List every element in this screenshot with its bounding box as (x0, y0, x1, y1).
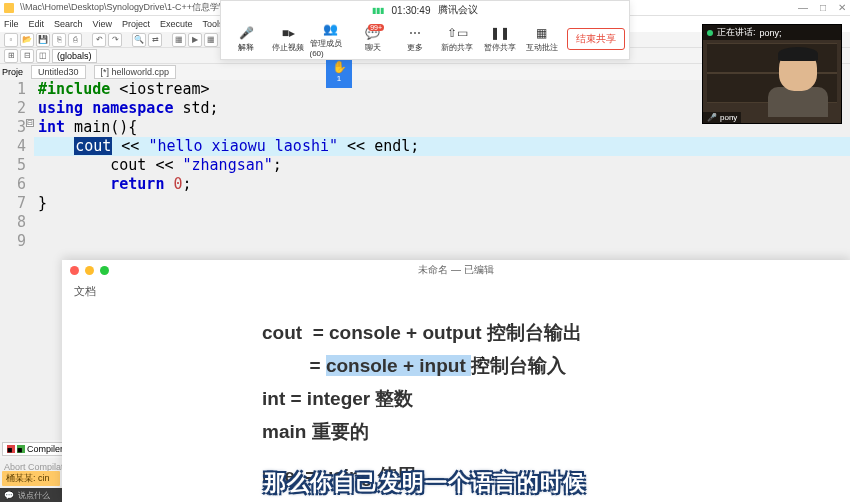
maximize-button[interactable]: □ (820, 2, 826, 13)
window-controls: — □ ✕ (798, 2, 846, 13)
tool-compile[interactable]: ▦ (172, 33, 186, 47)
tab-untitled[interactable]: Untitled30 (31, 65, 86, 79)
interact-icon: ▦ (534, 25, 550, 41)
video-footer: 🎤pony (703, 112, 741, 123)
tool-undo[interactable]: ↶ (92, 33, 106, 47)
video-button[interactable]: ■▸停止视频 (267, 25, 309, 53)
tool-find[interactable]: 🔍 (132, 33, 146, 47)
minimize-button[interactable]: — (798, 2, 808, 13)
code-line-6: return 0; (34, 175, 850, 194)
tool-compile-run[interactable]: ▦ (204, 33, 218, 47)
video-feed[interactable]: 正在讲话:pony; 🎤pony (702, 24, 842, 124)
menu-execute[interactable]: Execute (160, 19, 193, 29)
tool-b[interactable]: ⊟ (20, 49, 34, 63)
share-icon: ⇧▭ (449, 25, 465, 41)
tencent-meeting-toolbar: ▮▮▮ 01:30:49 腾讯会议 🎤解释 ■▸停止视频 👥管理成员(60) 💬… (220, 0, 630, 60)
mac-titlebar[interactable]: 未命名 — 已编辑 (62, 260, 850, 280)
menu-edit[interactable]: Edit (29, 19, 45, 29)
speaking-dot-icon (707, 30, 713, 36)
tab-helloworld[interactable]: [*] helloworld.cpp (94, 65, 177, 79)
chat-bubble-icon: 💬 (4, 491, 14, 500)
more-icon: ⋯ (407, 25, 423, 41)
chat-button[interactable]: 💬99+聊天 (352, 25, 394, 53)
meeting-timer: 01:30:49 (392, 5, 431, 16)
folder-icon (4, 3, 14, 13)
pause-share-button[interactable]: ❚❚暂停共享 (479, 25, 521, 53)
raise-hand-indicator[interactable]: ✋ 1 (326, 58, 352, 88)
note-line-cout: cout = console + output 控制台输出 (262, 320, 850, 346)
members-button[interactable]: 👥管理成员(60) (310, 21, 352, 58)
mac-min-icon[interactable] (85, 266, 94, 275)
tool-saveall[interactable]: ⎘ (52, 33, 66, 47)
globals-dropdown[interactable]: (globals) (52, 49, 97, 63)
hand-count: 1 (326, 74, 352, 83)
chat-badge: 99+ (368, 24, 384, 31)
tool-run[interactable]: ▶ (188, 33, 202, 47)
hand-icon: ✋ (326, 60, 352, 74)
tool-replace[interactable]: ⇄ (148, 33, 162, 47)
note-line-cin: = console + input 控制台输入 (262, 353, 850, 379)
mic-button[interactable]: 🎤解释 (225, 25, 267, 53)
pause-icon: ❚❚ (492, 25, 508, 41)
tool-save[interactable]: 💾 (36, 33, 50, 47)
fold-main-icon[interactable]: ⊟ (26, 119, 34, 127)
speaker-figure (765, 45, 831, 117)
signal-icon: ▮▮▮ (372, 6, 384, 15)
tool-print[interactable]: ⎙ (68, 33, 82, 47)
mac-close-icon[interactable] (70, 266, 79, 275)
tool-redo[interactable]: ↷ (108, 33, 122, 47)
text-cursor-icon: ⌶ (476, 354, 484, 370)
meeting-title: 腾讯会议 (438, 3, 478, 17)
compiler-tab[interactable]: ■■Compiler (2, 442, 68, 456)
menu-file[interactable]: File (4, 19, 19, 29)
mac-max-icon[interactable] (100, 266, 109, 275)
video-header: 正在讲话:pony; (703, 25, 841, 40)
note-line-int: int = integer 整数 (262, 386, 850, 412)
more-button[interactable]: ⋯更多 (394, 25, 436, 53)
mac-notes-body[interactable]: cout = console + output 控制台输出 = console … (62, 303, 850, 489)
code-line-4: cout << "hello xiaowu laoshi" << endl; (34, 137, 850, 156)
code-line-7: } (34, 194, 850, 213)
tool-a[interactable]: ⊞ (4, 49, 18, 63)
mac-window-title: 未命名 — 已编辑 (418, 263, 494, 277)
end-share-button[interactable]: 结束共享 (567, 28, 625, 50)
tool-open[interactable]: 📂 (20, 33, 34, 47)
mac-doc-tab[interactable]: 文档 (62, 280, 850, 303)
chat-input-bar[interactable]: 💬说点什么 (0, 488, 62, 502)
menu-view[interactable]: View (93, 19, 112, 29)
mac-notes-window: 未命名 — 已编辑 文档 cout = console + output 控制台… (62, 260, 850, 502)
projects-label[interactable]: Proje (2, 67, 23, 77)
vid-mic-icon: 🎤 (707, 113, 717, 122)
chat-message-tag[interactable]: 桶某某: cin (2, 471, 60, 486)
tool-new[interactable]: ▫ (4, 33, 18, 47)
close-button[interactable]: ✕ (838, 2, 846, 13)
camera-icon: ■▸ (280, 25, 296, 41)
mic-icon: 🎤 (238, 25, 254, 41)
members-icon: 👥 (323, 21, 339, 37)
interact-button[interactable]: ▦互动批注 (521, 25, 563, 53)
note-line-main: main 重要的 (262, 419, 850, 445)
line-gutter: 123 456 789 (0, 80, 34, 251)
tool-c[interactable]: ◫ (36, 49, 50, 63)
menu-search[interactable]: Search (54, 19, 83, 29)
code-line-5: cout << "zhangsan"; (34, 156, 850, 175)
menu-project[interactable]: Project (122, 19, 150, 29)
new-share-button[interactable]: ⇧▭新的共享 (436, 25, 478, 53)
video-subtitle: 那么你自己发明一个语言的时候 (264, 468, 586, 498)
